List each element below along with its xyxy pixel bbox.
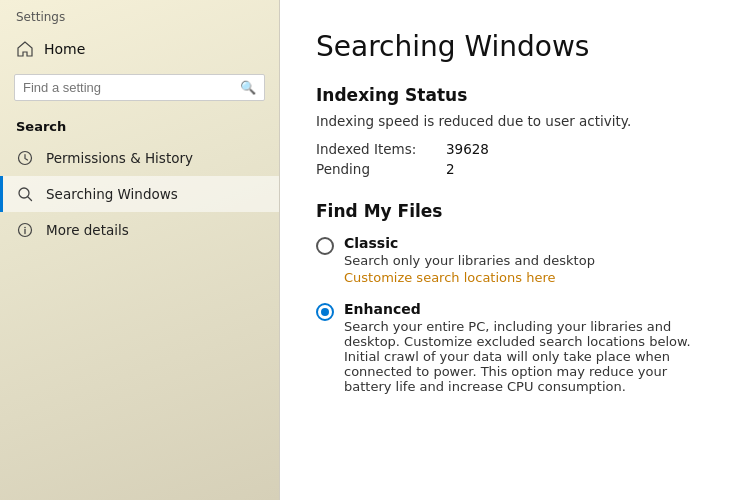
sidebar-item-permissions[interactable]: Permissions & History: [0, 140, 279, 176]
clock-icon: [16, 149, 34, 167]
app-title: Settings: [0, 0, 279, 30]
sidebar-item-more-details[interactable]: More details: [0, 212, 279, 248]
indexing-info-grid: Indexed Items: 39628 Pending 2: [316, 141, 714, 177]
page-title: Searching Windows: [316, 30, 714, 63]
classic-label: Classic: [344, 235, 595, 251]
sidebar-home-item[interactable]: Home: [0, 30, 279, 68]
classic-content: Classic Search only your libraries and d…: [344, 235, 595, 285]
enhanced-label: Enhanced: [344, 301, 714, 317]
pending-label: Pending: [316, 161, 436, 177]
sidebar-item-searching-windows[interactable]: Searching Windows: [0, 176, 279, 212]
enhanced-description: Search your entire PC, including your li…: [344, 319, 714, 394]
permissions-label: Permissions & History: [46, 150, 193, 166]
search-circle-icon: [16, 185, 34, 203]
main-content: Searching Windows Indexing Status Indexi…: [280, 0, 750, 500]
classic-description: Search only your libraries and desktop: [344, 253, 595, 268]
indexing-note: Indexing speed is reduced due to user ac…: [316, 113, 714, 129]
svg-point-1: [19, 188, 29, 198]
pending-value: 2: [446, 161, 714, 177]
sidebar: Settings Home 🔍 Search: [0, 0, 280, 500]
home-icon: [16, 40, 34, 58]
app-container: Settings Home 🔍 Search: [0, 0, 750, 500]
svg-line-2: [28, 197, 32, 201]
indexed-items-value: 39628: [446, 141, 714, 157]
home-label: Home: [44, 41, 85, 57]
customize-search-link[interactable]: Customize search locations here: [344, 270, 595, 285]
search-section-label: Search: [0, 111, 279, 140]
search-magnifier-icon: 🔍: [240, 80, 256, 95]
indexed-items-label: Indexed Items:: [316, 141, 436, 157]
info-icon: [16, 221, 34, 239]
search-box-container: 🔍: [0, 68, 279, 111]
searching-windows-label: Searching Windows: [46, 186, 178, 202]
enhanced-content: Enhanced Search your entire PC, includin…: [344, 301, 714, 394]
enhanced-option[interactable]: Enhanced Search your entire PC, includin…: [316, 301, 714, 394]
enhanced-radio[interactable]: [316, 303, 334, 321]
search-box[interactable]: 🔍: [14, 74, 265, 101]
classic-radio[interactable]: [316, 237, 334, 255]
indexing-status-title: Indexing Status: [316, 85, 714, 105]
more-details-label: More details: [46, 222, 129, 238]
classic-option[interactable]: Classic Search only your libraries and d…: [316, 235, 714, 285]
find-my-files-title: Find My Files: [316, 201, 714, 221]
search-input[interactable]: [23, 80, 234, 95]
svg-point-4: [24, 227, 26, 229]
